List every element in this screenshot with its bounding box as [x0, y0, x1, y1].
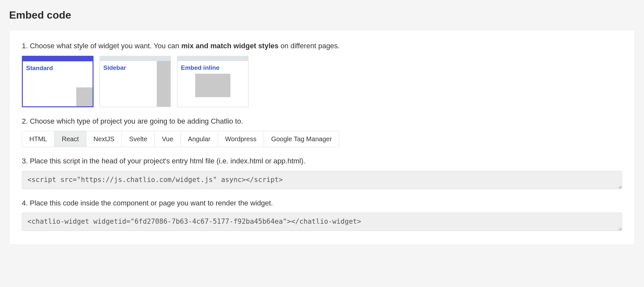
- project-tab-svelte[interactable]: Svelte: [122, 131, 155, 147]
- step-2: 2. Choose which type of project you are …: [22, 116, 622, 147]
- widget-style-tile-standard[interactable]: Standard: [22, 56, 94, 107]
- step-2-text: 2. Choose which type of project you are …: [22, 116, 622, 127]
- project-tab-vue[interactable]: Vue: [155, 131, 181, 147]
- step-3: 3. Place this script in the head of your…: [22, 156, 622, 189]
- project-type-tabs: HTMLReactNextJSSvelteVueAngularWordpress…: [22, 131, 339, 147]
- widget-preview-sidebar-icon: [157, 61, 170, 107]
- tile-body: Sidebar: [100, 61, 170, 107]
- tile-label: Standard: [26, 64, 89, 73]
- tile-body: Embed inline: [178, 61, 248, 107]
- step-1-bold: mix and match widget styles: [181, 42, 278, 50]
- widget-style-tile-sidebar[interactable]: Sidebar: [99, 56, 171, 107]
- tile-topbar: [100, 56, 170, 61]
- tile-label: Embed inline: [181, 64, 245, 72]
- widget-code[interactable]: <chatlio-widget widgetid="6fd27086-7b63-…: [22, 213, 622, 231]
- widget-preview-corner-icon: [76, 87, 93, 106]
- step-3-text: 3. Place this script in the head of your…: [22, 156, 622, 166]
- widget-preview-inline-icon: [195, 74, 230, 97]
- widget-style-tile-embed-inline[interactable]: Embed inline: [177, 56, 249, 107]
- step-1-suffix: on different pages.: [279, 42, 340, 50]
- embed-card: 1. Choose what style of widget you want.…: [9, 30, 635, 245]
- tile-body: Standard: [23, 61, 93, 106]
- head-script-code[interactable]: <script src="https://js.chatlio.com/widg…: [22, 171, 622, 189]
- project-tab-react[interactable]: React: [54, 131, 86, 147]
- resize-handle-icon: [617, 184, 621, 188]
- project-tab-angular[interactable]: Angular: [181, 131, 218, 147]
- resize-handle-icon: [617, 225, 621, 230]
- project-tab-html[interactable]: HTML: [22, 131, 54, 147]
- tile-topbar: [23, 57, 93, 61]
- project-tab-wordpress[interactable]: Wordpress: [218, 131, 264, 147]
- widget-code-text: <chatlio-widget widgetid="6fd27086-7b63-…: [27, 218, 361, 225]
- head-script-code-text: <script src="https://js.chatlio.com/widg…: [27, 176, 283, 184]
- step-1-prefix: 1. Choose what style of widget you want.…: [22, 42, 181, 50]
- step-1: 1. Choose what style of widget you want.…: [22, 41, 622, 107]
- page-title: Embed code: [9, 8, 635, 23]
- project-tab-nextjs[interactable]: NextJS: [86, 131, 122, 147]
- step-4: 4. Place this code inside the component …: [22, 198, 622, 231]
- widget-style-tiles: StandardSidebarEmbed inline: [22, 56, 622, 107]
- tile-topbar: [178, 56, 248, 61]
- step-4-text: 4. Place this code inside the component …: [22, 198, 622, 208]
- step-1-text: 1. Choose what style of widget you want.…: [22, 41, 622, 51]
- project-tab-google-tag-manager[interactable]: Google Tag Manager: [264, 131, 339, 147]
